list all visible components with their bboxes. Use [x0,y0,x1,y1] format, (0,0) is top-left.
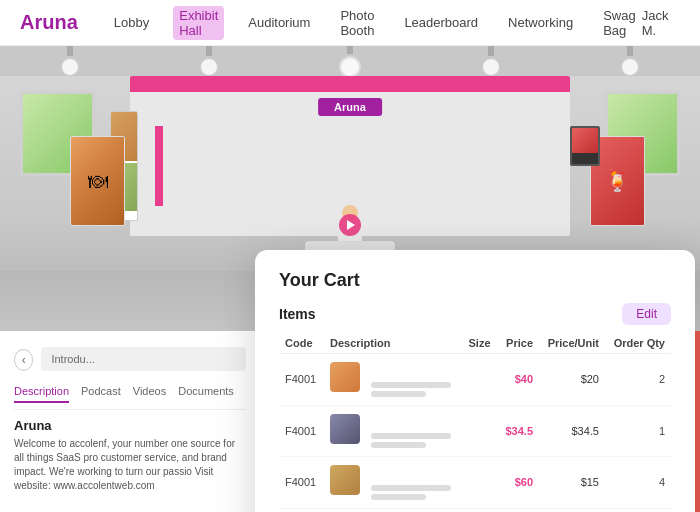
table-row: F4001 $34.5 $34.5 1 [279,405,671,457]
tab-description[interactable]: Description [14,385,69,403]
col-order-qty: Order Qty [605,333,671,354]
cart-modal: Your Cart Items Edit Code Description Si… [255,250,695,512]
col-price: Price [498,333,539,354]
item-desc [324,457,463,509]
item-size [462,457,497,509]
cart-items-label: Items [279,306,316,322]
desc-line-short [371,391,426,397]
back-arrow[interactable]: ‹ [14,349,33,371]
food-thumbnail-2 [330,414,360,444]
col-description: Description [324,333,463,354]
booth-header-bar [130,76,570,92]
cart-title: Your Cart [279,270,671,291]
food-thumbnail-3 [330,465,360,495]
item-size [462,354,497,406]
accent-stripe [155,126,163,206]
item-order-qty: 1 [605,405,671,457]
ceiling [0,46,700,76]
user-name: Jack M. [642,8,680,38]
nav-exhibit-hall[interactable]: Exhibit Hall [173,6,224,40]
item-price: $34.5 [498,405,539,457]
booth-company-name: Aruna [14,418,246,433]
food-thumbnail-1 [330,362,360,392]
table-row: F4001 $40 $20 2 [279,354,671,406]
desc-line-long [371,433,451,439]
item-code: F4001 [279,354,324,406]
item-desc [324,405,463,457]
item-price-unit: $34.5 [539,405,605,457]
col-code: Code [279,333,324,354]
item-price: $60 [498,457,539,509]
tab-documents[interactable]: Documents [178,385,234,403]
item-code: F4001 [279,405,324,457]
nav-leaderboard[interactable]: Leaderboard [398,13,484,32]
desc-lines [371,433,451,448]
item-order-qty: 2 [605,354,671,406]
cart-table: Code Description Size Price Price/Unit O… [279,333,671,509]
cart-items-header: Items Edit [279,303,671,325]
col-price-unit: Price/Unit [539,333,605,354]
col-size: Size [462,333,497,354]
item-code: F4001 [279,457,324,509]
tab-row: Description Podcast Videos Documents [14,385,246,410]
booth-label: Aruna [318,98,382,116]
nav-auditorium[interactable]: Auditorium [242,13,316,32]
nav-links: Lobby Exhibit Hall Auditorium Photo Boot… [108,6,642,40]
brand-logo[interactable]: Aruna [20,11,78,34]
desc-line-long [371,382,451,388]
desc-line-short [371,442,426,448]
item-size [462,405,497,457]
desc-line-short [371,494,426,500]
item-price-unit: $20 [539,354,605,406]
desc-lines [371,485,451,500]
food-image-left: 🍽 [71,137,124,225]
left-food-panel: 🍽 [70,136,125,226]
nav-swag-bag[interactable]: Swag Bag [597,6,642,40]
app-container: Aruna Lobby Exhibit Hall Auditorium Phot… [0,0,700,512]
nav-photo-booth[interactable]: Photo Booth [334,6,380,40]
monitor-right [570,126,600,166]
booth-info-panel: ‹ Introdu... Description Podcast Videos … [0,337,260,512]
top-nav: Aruna Lobby Exhibit Hall Auditorium Phot… [0,0,700,46]
play-button[interactable] [339,214,361,236]
item-price: $40 [498,354,539,406]
booth-description: Welcome to accolenf, your number one sou… [14,437,246,493]
tab-videos[interactable]: Videos [133,385,166,403]
tab-podcast[interactable]: Podcast [81,385,121,403]
edit-button[interactable]: Edit [622,303,671,325]
intro-bar: Introdu... [41,347,246,371]
nav-lobby[interactable]: Lobby [108,13,155,32]
play-icon [347,220,355,230]
item-price-unit: $15 [539,457,605,509]
item-desc [324,354,463,406]
item-order-qty: 4 [605,457,671,509]
table-row: F4001 $60 $15 4 [279,457,671,509]
desc-lines [371,382,451,397]
nav-networking[interactable]: Networking [502,13,579,32]
desc-line-long [371,485,451,491]
